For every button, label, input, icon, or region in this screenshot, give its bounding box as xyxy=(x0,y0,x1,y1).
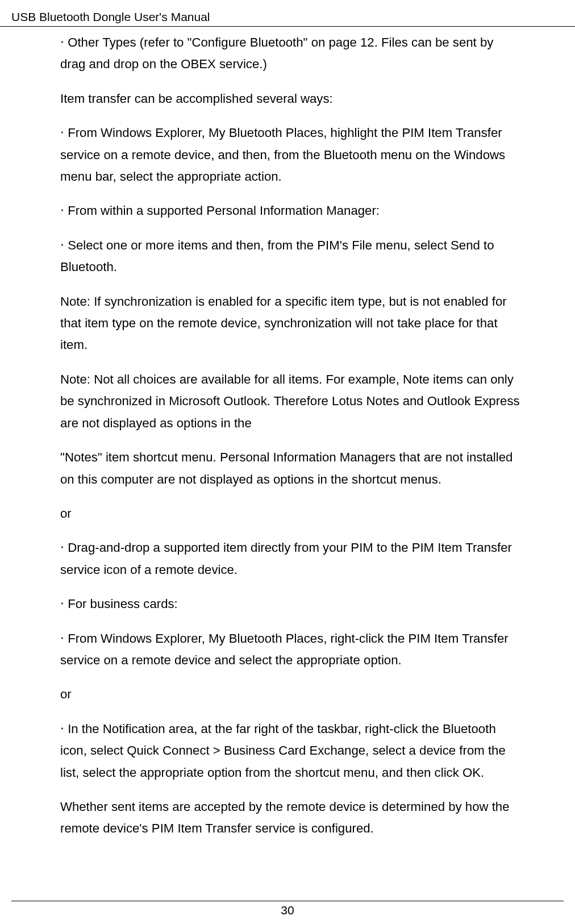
paragraph: ‧ From within a supported Personal Infor… xyxy=(60,200,521,222)
paragraph: Item transfer can be accomplished severa… xyxy=(60,88,521,110)
paragraph: ‧ From Windows Explorer, My Bluetooth Pl… xyxy=(60,628,521,672)
page-header: USB Bluetooth Dongle User's Manual xyxy=(0,10,575,27)
paragraph: ‧ In the Notification area, at the far r… xyxy=(60,718,521,784)
body-content: ‧ Other Types (refer to "Configure Bluet… xyxy=(60,32,521,852)
paragraph: Whether sent items are accepted by the r… xyxy=(60,796,521,840)
paragraph: ‧ For business cards: xyxy=(60,593,521,615)
paragraph: ‧ Drag-and-drop a supported item directl… xyxy=(60,537,521,581)
paragraph: ‧ Select one or more items and then, fro… xyxy=(60,235,521,278)
page-number: 30 xyxy=(281,904,294,917)
paragraph: or xyxy=(60,503,521,525)
footer-rule xyxy=(11,901,564,901)
paragraph: "Notes" item shortcut menu. Personal Inf… xyxy=(60,447,521,490)
paragraph: ‧ Other Types (refer to "Configure Bluet… xyxy=(60,32,521,76)
paragraph: Note: Not all choices are available for … xyxy=(60,369,521,434)
document-page: USB Bluetooth Dongle User's Manual ‧ Oth… xyxy=(0,0,575,924)
paragraph: or xyxy=(60,684,521,705)
header-title: USB Bluetooth Dongle User's Manual xyxy=(11,10,210,23)
paragraph: ‧ From Windows Explorer, My Bluetooth Pl… xyxy=(60,122,521,188)
page-footer: 30 xyxy=(0,901,575,917)
paragraph: Note: If synchronization is enabled for … xyxy=(60,291,521,356)
